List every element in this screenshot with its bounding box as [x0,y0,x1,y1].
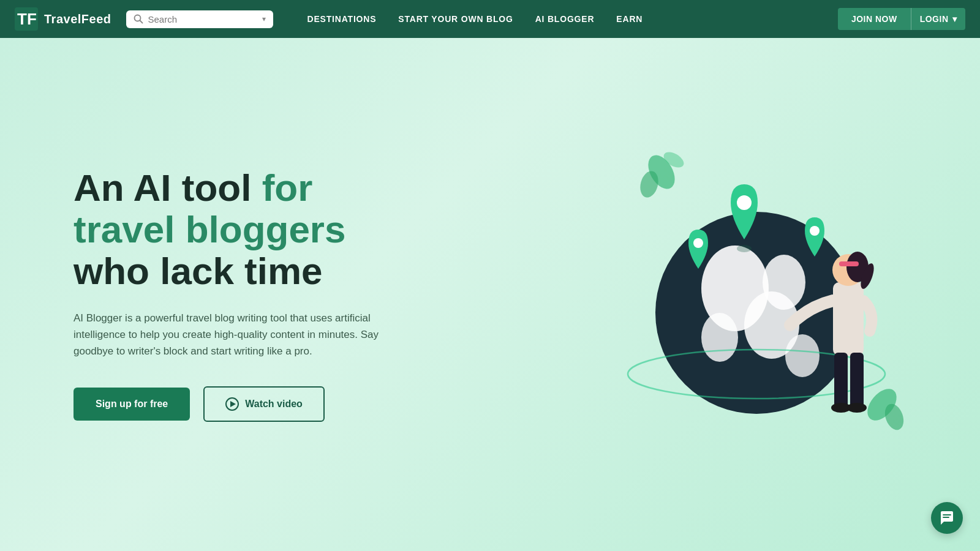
signup-button[interactable]: Sign up for free [74,388,190,421]
navbar: TF TravelFeed ▾ DESTINATIONS START YOUR … [0,0,980,38]
svg-line-3 [140,21,142,23]
svg-text:TF: TF [17,10,37,28]
svg-point-16 [737,245,752,252]
hero-section: An AI tool for travel bloggers who lack … [0,38,980,551]
watch-video-label: Watch video [245,399,303,410]
svg-point-19 [810,226,820,236]
join-now-button[interactable]: JOIN NOW [838,8,911,30]
hero-title-part2: who lack time [74,250,323,292]
play-triangle [230,401,236,407]
chat-icon [939,510,955,526]
nav-link-ai-blogger[interactable]: AI BLOGGER [535,14,595,24]
hero-title-part1: An AI tool [74,167,262,209]
login-label: LOGIN [920,14,949,24]
search-bar[interactable]: ▾ [126,10,273,28]
svg-rect-25 [834,353,848,408]
hero-description: AI Blogger is a powerful travel blog wri… [74,310,417,360]
svg-rect-26 [850,353,864,408]
search-dropdown-icon[interactable]: ▾ [262,15,266,23]
nav-link-destinations[interactable]: DESTINATIONS [307,14,377,24]
hero-title: An AI tool for travel bloggers who lack … [74,167,417,293]
svg-point-13 [763,255,805,310]
hero-illustration [612,135,931,454]
svg-point-17 [737,195,752,210]
logo-icon: TF [15,7,38,31]
hero-content: An AI tool for travel bloggers who lack … [74,167,417,422]
play-icon [225,397,239,411]
watch-video-button[interactable]: Watch video [203,386,325,422]
logo-text: TravelFeed [44,12,111,26]
logo[interactable]: TF TravelFeed [15,7,111,31]
nav-links: DESTINATIONS START YOUR OWN BLOG AI BLOG… [307,14,643,24]
svg-point-14 [785,334,820,377]
nav-link-earn[interactable]: EARN [616,14,643,24]
login-dropdown-icon[interactable]: ▾ [952,14,957,24]
svg-rect-20 [833,282,864,356]
chat-button[interactable] [931,502,963,534]
nav-right-buttons: JOIN NOW LOGIN ▾ [838,8,965,30]
search-icon [134,14,143,24]
hero-title-highlight1: for [262,167,313,209]
login-button[interactable]: LOGIN ▾ [911,8,965,30]
svg-point-28 [847,403,867,413]
hero-buttons: Sign up for free Watch video [74,386,417,422]
search-input[interactable] [148,14,257,24]
globe-svg [612,135,931,454]
svg-point-12 [701,313,738,362]
nav-link-start-blog[interactable]: START YOUR OWN BLOG [398,14,513,24]
svg-point-18 [693,238,703,248]
svg-rect-24 [839,261,859,266]
hero-title-highlight2: travel bloggers [74,208,345,250]
